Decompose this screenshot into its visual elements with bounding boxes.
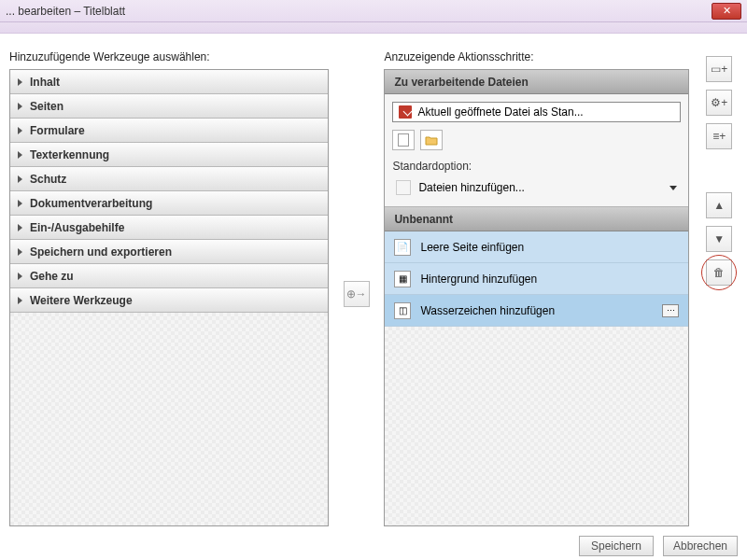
acc-texterkennung[interactable]: Texterkennung [10,143,328,167]
add-files-icon [396,180,411,195]
move-up-button[interactable]: ▲ [706,192,732,218]
acc-seiten[interactable]: Seiten [10,94,328,119]
move-down-button[interactable]: ▼ [706,226,732,252]
plus-arrow-icon: ⊕→ [346,287,367,301]
chevron-right-icon [18,297,22,304]
close-button[interactable]: ✕ [712,3,741,20]
titlebar: ... bearbeiten – Titelblatt ✕ [0,0,747,22]
acc-formulare[interactable]: Formulare [10,119,328,143]
chevron-right-icon [18,78,22,86]
delete-step-button[interactable]: 🗑 [706,259,732,286]
window-title: ... bearbeiten – Titelblatt [6,5,712,18]
watermark-icon: ◫ [394,302,411,319]
page-plus-icon: 📄 [394,239,411,256]
left-heading: Hinzuzufügende Werkzeuge auswählen: [9,50,329,63]
acc-weitere-werkzeuge[interactable]: Weitere Werkzeuge [10,288,328,313]
step-add-background[interactable]: ▦ Hintergrund hinzufügen [385,263,688,295]
default-file-dropdown[interactable]: Aktuell geöffnete Datei als Stan... [392,102,681,122]
group-header[interactable]: Unbenannt [385,207,688,231]
chevron-right-icon [18,127,22,134]
divider-add-icon: ≡+ [712,130,726,143]
triangle-up-icon: ▲ [713,199,725,212]
cancel-button[interactable]: Abbrechen [663,536,738,556]
chevron-right-icon [18,224,22,231]
add-divider-button[interactable]: ≡+ [706,123,732,149]
step-add-watermark[interactable]: ◫ Wasserzeichen hinzufügen ⋯ [385,295,688,327]
steps-panel: Zu verarbeitende Dateien Aktuell geöffne… [384,69,689,526]
background-icon: ▦ [394,271,411,287]
add-instruction-button[interactable]: ⚙+ [706,90,732,116]
page-icon [398,133,409,147]
trash-icon: 🗑 [713,266,725,279]
empty-area [385,327,688,525]
chevron-right-icon [18,273,22,280]
save-button[interactable]: Speichern [579,536,654,556]
tab-strip [0,22,747,34]
folder-icon [425,134,438,146]
default-file-text: Aktuell geöffnete Datei als Stan... [417,105,583,119]
chevron-right-icon [18,248,22,256]
std-option-label: Standardoption: [392,160,681,173]
pdf-icon [399,105,412,119]
acc-dokumentverarbeitung[interactable]: Dokumentverarbeitung [10,191,328,216]
svg-rect-0 [399,134,409,147]
acc-schutz[interactable]: Schutz [10,167,328,191]
acc-gehe-zu[interactable]: Gehe zu [10,264,328,288]
acc-ein-ausgabehilfe[interactable]: Ein-/Ausgabehilfe [10,216,328,240]
step-insert-blank-page[interactable]: 📄 Leere Seite einfügen [385,231,688,263]
step-options-button[interactable]: ⋯ [662,304,679,317]
open-folder-button[interactable] [420,130,443,150]
chevron-right-icon [18,103,22,110]
add-step-button[interactable]: ⊕→ [344,281,370,307]
caret-down-icon [669,186,677,190]
tools-panel: Inhalt Seiten Formulare Texterkennung Sc… [9,69,329,526]
triangle-down-icon: ▼ [713,232,725,245]
right-heading: Anzuzeigende Aktionsschritte: [384,50,689,63]
add-files-panel-button[interactable]: ▭+ [706,56,732,82]
acc-inhalt[interactable]: Inhalt [10,70,328,94]
chevron-right-icon [18,151,22,159]
chevron-right-icon [18,175,22,183]
acc-speichern-exportieren[interactable]: Speichern und exportieren [10,240,328,264]
panel-add-icon: ▭+ [711,63,727,76]
new-file-button[interactable] [392,130,415,150]
gear-add-icon: ⚙+ [711,96,727,109]
std-option-dropdown[interactable]: Dateien hinzufügen... [392,176,681,199]
files-section-header: Zu verarbeitende Dateien [385,70,688,94]
chevron-right-icon [18,200,22,207]
